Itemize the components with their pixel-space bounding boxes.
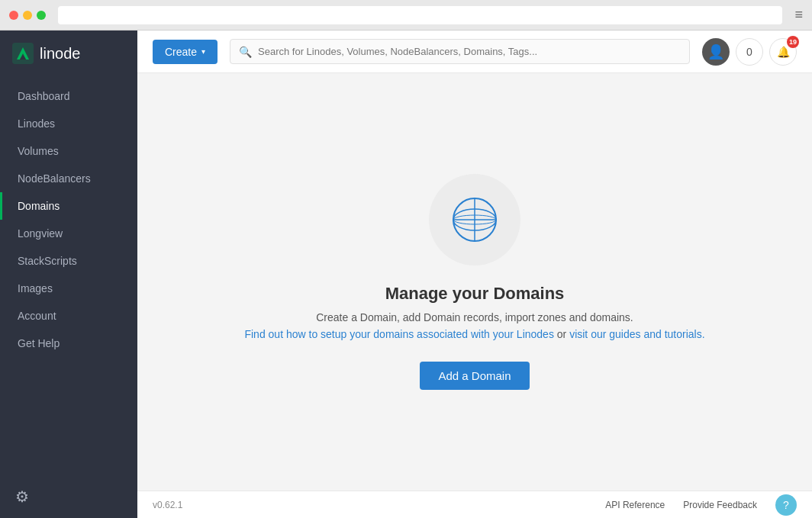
footer: v0.62.1 API Reference Provide Feedback ? (137, 491, 812, 518)
browser-menu-icon[interactable]: ≡ (794, 7, 803, 23)
close-button[interactable] (9, 11, 18, 20)
add-domain-button[interactable]: Add a Domain (420, 362, 529, 390)
search-input[interactable] (230, 39, 690, 64)
logo-area: linode (0, 31, 137, 76)
help-button[interactable]: ? (775, 494, 797, 516)
sidebar-item-get-help[interactable]: Get Help (0, 330, 137, 357)
api-reference-link[interactable]: API Reference (605, 500, 665, 510)
sidebar-item-nodebalancers[interactable]: NodeBalancers (0, 165, 137, 192)
address-bar[interactable] (58, 6, 782, 24)
page-title: Manage your Domains (385, 284, 565, 304)
provide-feedback-link[interactable]: Provide Feedback (683, 500, 757, 510)
globe-icon (448, 193, 501, 246)
sidebar-item-linodes[interactable]: Linodes (0, 110, 137, 137)
links-line: Find out how to setup your domains assoc… (244, 328, 704, 340)
topbar: Create ▾ 🔍 👤 0 🔔 19 (137, 31, 812, 73)
minimize-button[interactable] (23, 11, 32, 20)
settings-icon[interactable]: ⚙ (15, 488, 29, 505)
main-content: Manage your Domains Create a Domain, add… (137, 73, 812, 491)
footer-links: API Reference Provide Feedback ? (605, 494, 797, 516)
link-separator: or (554, 328, 569, 340)
browser-chrome: ≡ (0, 0, 812, 31)
avatar-button[interactable]: 👤 (702, 38, 730, 66)
chevron-down-icon: ▾ (201, 47, 205, 56)
support-icon: 0 (746, 46, 752, 58)
logo-text: linode (40, 45, 80, 63)
domain-illustration (429, 174, 520, 265)
bell-icon: 🔔 (777, 46, 790, 58)
sidebar-item-stackscripts[interactable]: StackScripts (0, 247, 137, 275)
notifications-button[interactable]: 🔔 19 (769, 38, 797, 66)
user-avatar-icon: 👤 (707, 43, 724, 60)
sidebar: linode Dashboard Linodes Volumes NodeBal… (0, 31, 137, 518)
sidebar-item-volumes[interactable]: Volumes (0, 137, 137, 165)
linode-logo-icon (12, 43, 34, 64)
guides-link[interactable]: visit our guides and tutorials. (569, 328, 704, 340)
sidebar-item-longview[interactable]: Longview (0, 220, 137, 247)
traffic-lights (9, 11, 46, 20)
sidebar-item-domains[interactable]: Domains (0, 192, 137, 220)
sidebar-item-dashboard[interactable]: Dashboard (0, 82, 137, 110)
create-button[interactable]: Create ▾ (153, 40, 218, 64)
version-text: v0.62.1 (153, 500, 182, 510)
topbar-icons: 👤 0 🔔 19 (702, 38, 797, 66)
sidebar-item-account[interactable]: Account (0, 302, 137, 330)
main-description: Create a Domain, add Domain records, imp… (316, 311, 633, 323)
maximize-button[interactable] (37, 11, 46, 20)
support-button[interactable]: 0 (736, 38, 763, 66)
search-icon: 🔍 (239, 46, 252, 58)
create-label: Create (165, 46, 197, 58)
notification-badge: 19 (787, 36, 799, 48)
main-area: Create ▾ 🔍 👤 0 🔔 19 (137, 31, 812, 518)
app-container: linode Dashboard Linodes Volumes NodeBal… (0, 31, 812, 518)
search-bar: 🔍 (230, 39, 690, 64)
sidebar-nav: Dashboard Linodes Volumes NodeBalancers … (0, 76, 137, 475)
setup-domains-link[interactable]: Find out how to setup your domains assoc… (244, 328, 553, 340)
sidebar-bottom: ⚙ (0, 475, 137, 518)
sidebar-item-images[interactable]: Images (0, 275, 137, 302)
